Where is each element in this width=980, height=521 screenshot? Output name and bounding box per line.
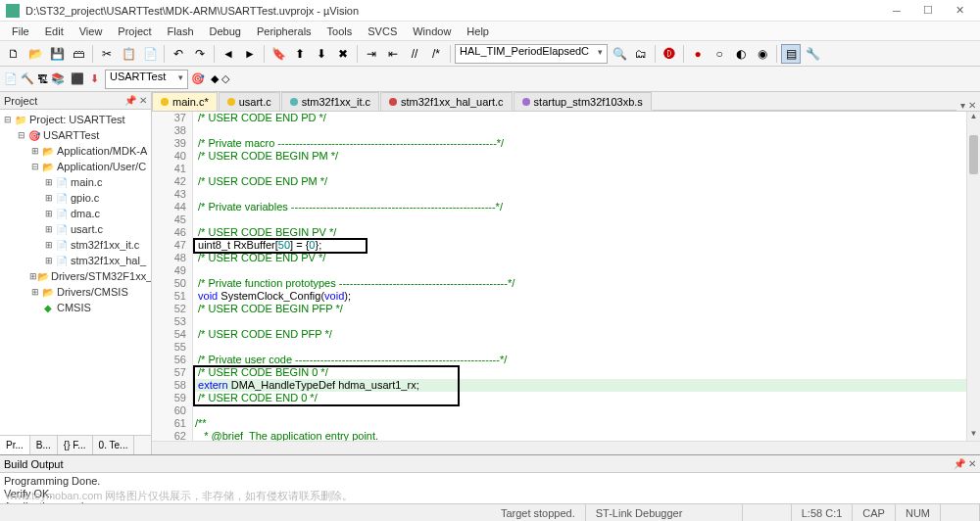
bookmark-prev-button[interactable]: ⬆ — [290, 44, 310, 64]
menu-flash[interactable]: Flash — [160, 24, 202, 39]
project-tree[interactable]: ⊟📁Project: USARTTest⊟🎯USARTTest⊞📂Applica… — [0, 110, 151, 435]
nav-forward-button[interactable]: ► — [240, 44, 260, 64]
menu-edit[interactable]: Edit — [37, 24, 72, 39]
code-line[interactable]: /* USER CODE BEGIN PM */ — [193, 150, 980, 163]
menu-window[interactable]: Window — [405, 24, 459, 39]
window-split-button[interactable]: ▤ — [781, 44, 801, 64]
tree-item[interactable]: ⊞📄stm32f1xx_it.c — [2, 237, 149, 253]
copy-button[interactable]: 📋 — [119, 44, 138, 64]
tree-item[interactable]: ⊞📂Application/MDK-A — [2, 143, 149, 159]
config-button[interactable]: 🔧 — [803, 44, 822, 64]
tree-item[interactable]: ⊟📂Application/User/C — [2, 159, 149, 174]
manage-rte2-button[interactable]: ◇ — [221, 72, 229, 85]
build-output-pin-icon[interactable]: 📌 ✕ — [954, 458, 976, 469]
menu-debug[interactable]: Debug — [202, 24, 249, 39]
code-line[interactable]: /* USER CODE END 0 */ — [193, 392, 980, 404]
project-tab[interactable]: {} F... — [58, 436, 93, 454]
tree-item[interactable]: ⊞📄main.c — [2, 174, 149, 190]
indent-button[interactable]: ⇥ — [362, 44, 381, 64]
menu-help[interactable]: Help — [459, 24, 497, 39]
outdent-button[interactable]: ⇤ — [383, 44, 403, 64]
scroll-down-icon[interactable]: ▼ — [967, 429, 980, 441]
save-button[interactable]: 💾 — [47, 44, 67, 64]
menu-project[interactable]: Project — [110, 24, 159, 39]
project-panel-pin-icon[interactable]: 📌 ✕ — [124, 95, 147, 106]
code-line[interactable]: /* USER CODE END PM */ — [193, 175, 980, 188]
tree-item[interactable]: ⊞📄dma.c — [2, 206, 149, 221]
tree-item[interactable]: ⊟🎯USARTTest — [2, 127, 149, 143]
find-in-files-button[interactable]: 🗂 — [631, 44, 651, 64]
code-line[interactable]: /* USER CODE BEGIN 0 */ — [193, 366, 980, 379]
save-all-button[interactable]: 🗃 — [69, 44, 88, 64]
editor-tab[interactable]: main.c* — [152, 92, 218, 111]
vertical-scrollbar[interactable]: ▲ ▼ — [966, 112, 980, 441]
download-button[interactable]: ⬇ — [90, 72, 99, 85]
debug-button[interactable]: 🅓 — [660, 44, 679, 64]
menu-view[interactable]: View — [72, 24, 111, 39]
tree-item[interactable]: ⊟📁Project: USARTTest — [2, 112, 149, 127]
code-editor[interactable]: 3738394041424344454647484950515253545556… — [152, 112, 980, 441]
close-button[interactable]: ✕ — [945, 2, 974, 20]
code-line[interactable]: /* Private function prototypes ---------… — [193, 277, 980, 290]
editor-tab[interactable]: stm32f1xx_hal_uart.c — [380, 92, 513, 111]
bookmark-next-button[interactable]: ⬇ — [312, 44, 331, 64]
code-line[interactable]: void SystemClock_Config(void); — [193, 290, 980, 303]
code-line[interactable] — [193, 163, 980, 175]
minimize-button[interactable]: ─ — [882, 2, 911, 20]
manage-rte-button[interactable]: ◆ — [211, 72, 219, 85]
code-line[interactable] — [193, 124, 980, 137]
editor-tab[interactable]: startup_stm32f103xb.s — [514, 92, 652, 111]
menu-file[interactable]: File — [4, 24, 37, 39]
code-line[interactable]: /* Private user code -------------------… — [193, 354, 980, 366]
code-line[interactable]: extern DMA_HandleTypeDef hdma_usart1_rx; — [193, 379, 980, 392]
new-button[interactable]: 🗋 — [4, 44, 24, 64]
project-tab[interactable]: Pr... — [0, 436, 30, 454]
menu-svcs[interactable]: SVCS — [360, 24, 405, 39]
project-tab[interactable]: 0. Te... — [93, 436, 135, 454]
code-line[interactable] — [193, 315, 980, 328]
breakpoint-killall-button[interactable]: ◉ — [753, 44, 772, 64]
breakpoint-kill-button[interactable]: ◐ — [731, 44, 751, 64]
bookmark-button[interactable]: 🔖 — [269, 44, 288, 64]
code-line[interactable] — [193, 264, 980, 277]
code-line[interactable]: * @brief The application entry point. — [193, 430, 980, 441]
find-combo[interactable]: HAL_TIM_PeriodElapsedC — [455, 44, 608, 64]
breakpoint-button[interactable]: ● — [688, 44, 708, 64]
editor-tab[interactable]: stm32f1xx_it.c — [281, 92, 379, 111]
code-line[interactable]: /** — [193, 417, 980, 430]
code-line[interactable]: /* USER CODE END PD */ — [193, 112, 980, 124]
code-line[interactable]: uint8_t RxBuffer[50] = {0}; — [193, 239, 980, 252]
maximize-button[interactable]: ☐ — [913, 2, 943, 20]
find-button[interactable]: 🔍 — [610, 44, 629, 64]
code-line[interactable]: /* USER CODE BEGIN PV */ — [193, 226, 980, 239]
nav-back-button[interactable]: ◄ — [219, 44, 238, 64]
scroll-thumb[interactable] — [969, 135, 978, 174]
build-button[interactable]: 🔨 — [21, 72, 34, 85]
bookmark-clear-button[interactable]: ✖ — [333, 44, 353, 64]
tree-item[interactable]: ⊞📄usart.c — [2, 221, 149, 237]
horizontal-scrollbar[interactable] — [152, 441, 980, 454]
menu-peripherals[interactable]: Peripherals — [249, 24, 319, 39]
target-options-button[interactable]: 🎯 — [191, 72, 205, 85]
code-line[interactable] — [193, 404, 980, 417]
code-line[interactable]: /* Private variables -------------------… — [193, 201, 980, 213]
rebuild-button[interactable]: 🏗 — [37, 73, 48, 85]
code-line[interactable] — [193, 341, 980, 354]
undo-button[interactable]: ↶ — [169, 44, 188, 64]
tree-item[interactable]: ⊞📂Drivers/CMSIS — [2, 284, 149, 300]
menu-tools[interactable]: Tools — [319, 24, 361, 39]
batch-build-button[interactable]: 📚 — [51, 72, 65, 85]
code-line[interactable]: /* USER CODE END PFP */ — [193, 328, 980, 341]
code-line[interactable] — [193, 213, 980, 226]
scroll-up-icon[interactable]: ▲ — [967, 112, 980, 123]
comment-button[interactable]: // — [405, 44, 424, 64]
breakpoint-disable-button[interactable]: ○ — [710, 44, 729, 64]
cut-button[interactable]: ✂ — [97, 44, 117, 64]
tree-item[interactable]: ⊞📄stm32f1xx_hal_ — [2, 253, 149, 268]
code-line[interactable]: /* USER CODE BEGIN PFP */ — [193, 303, 980, 315]
paste-button[interactable]: 📄 — [140, 44, 160, 64]
tree-item[interactable]: ⊞📄gpio.c — [2, 190, 149, 206]
uncomment-button[interactable]: /* — [426, 44, 446, 64]
target-select[interactable]: USARTTest — [105, 70, 188, 89]
tree-item[interactable]: ⊞📂Drivers/STM32F1xx_ — [2, 268, 149, 284]
